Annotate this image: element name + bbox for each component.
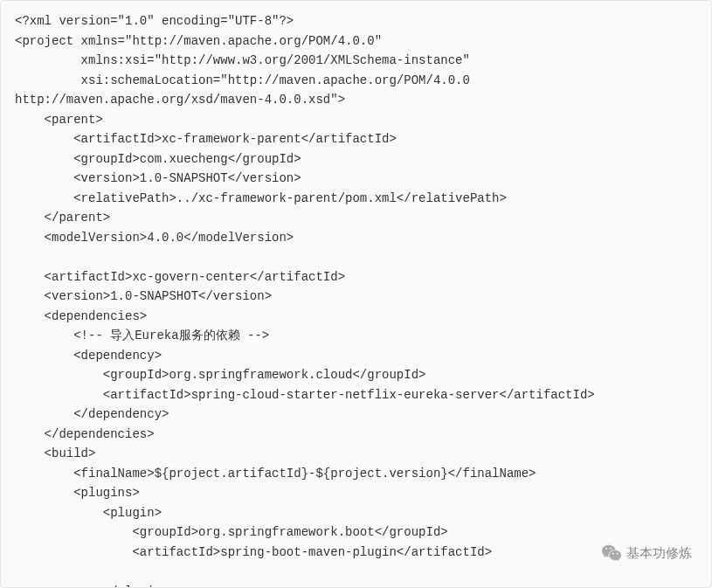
code-content: <?xml version="1.0" encoding="UTF-8"?><p…	[15, 11, 697, 588]
code-line: <groupId>com.xuecheng</groupId>	[15, 149, 697, 169]
code-line: <artifactId>spring-boot-maven-plugin</ar…	[15, 543, 697, 563]
code-line: <build>	[15, 444, 697, 464]
code-line: <?xml version="1.0" encoding="UTF-8"?>	[15, 11, 697, 31]
code-line	[15, 247, 697, 267]
code-line: <parent>	[15, 110, 697, 130]
code-line: <artifactId>spring-cloud-starter-netflix…	[15, 385, 697, 405]
code-line: <dependency>	[15, 346, 697, 366]
wechat-icon	[602, 543, 621, 563]
code-line: <plugins>	[15, 483, 697, 503]
code-line: <finalName>${project.artifactId}-${proje…	[15, 464, 697, 484]
code-line: <groupId>org.springframework.cloud</grou…	[15, 365, 697, 385]
code-line: <modelVersion>4.0.0</modelVersion>	[15, 228, 697, 248]
code-line: </parent>	[15, 208, 697, 228]
code-line: xsi:schemaLocation="http://maven.apache.…	[15, 71, 697, 91]
code-line: <plugin>	[15, 503, 697, 523]
code-line: <groupId>org.springframework.boot</group…	[15, 522, 697, 543]
code-line: <artifactId>xc-govern-center</artifactId…	[15, 267, 697, 287]
code-line: </dependencies>	[15, 425, 697, 445]
code-line: <project xmlns="http://maven.apache.org/…	[15, 31, 697, 52]
watermark: 基本功修炼	[602, 543, 692, 564]
code-block: <?xml version="1.0" encoding="UTF-8"?><p…	[0, 0, 712, 588]
code-line: <version>1.0-SNAPSHOT</version>	[15, 287, 697, 307]
code-line: <relativePath>../xc-framework-parent/pom…	[15, 189, 697, 209]
code-line: http://maven.apache.org/xsd/maven-4.0.0.…	[15, 90, 697, 110]
code-line: </dependency>	[15, 405, 697, 425]
code-line: </plugin>	[15, 582, 697, 589]
code-line: <artifactId>xc-framework-parent</artifac…	[15, 129, 697, 149]
code-line	[15, 562, 697, 582]
watermark-text: 基本功修炼	[626, 543, 692, 564]
code-line: xmlns:xsi="http://www.w3.org/2001/XMLSch…	[15, 51, 697, 71]
code-line: <version>1.0-SNAPSHOT</version>	[15, 169, 697, 189]
code-line: <!-- 导入Eureka服务的依赖 -->	[15, 326, 697, 346]
code-line: <dependencies>	[15, 307, 697, 327]
